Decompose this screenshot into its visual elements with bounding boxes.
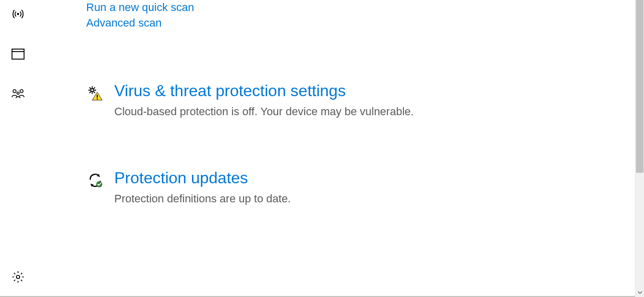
chevron-down-icon: [637, 291, 642, 294]
sidebar-item-antenna[interactable]: [6, 2, 30, 26]
sidebar-item-family[interactable]: [6, 82, 30, 106]
antenna-icon: [12, 8, 25, 21]
svg-rect-1: [12, 49, 24, 59]
family-icon: [11, 88, 26, 100]
svg-point-4: [20, 90, 23, 93]
scrollbar-down-button[interactable]: [635, 288, 644, 297]
gear-icon: [12, 270, 25, 283]
settings-warning-icon: [86, 85, 104, 103]
window-icon: [12, 49, 25, 60]
scrollbar-thumb[interactable]: [636, 0, 643, 173]
svg-point-6: [17, 275, 20, 279]
svg-rect-8: [97, 95, 98, 98]
sidebar: [0, 0, 36, 297]
scrollbar-track[interactable]: [635, 0, 644, 288]
updates-ok-icon: [86, 172, 104, 188]
svg-point-3: [13, 90, 16, 93]
settings-description: Cloud-based protection is off. Your devi…: [114, 105, 644, 118]
svg-point-7: [91, 89, 94, 92]
updates-description: Protection definitions are up to date.: [114, 192, 644, 205]
svg-point-5: [17, 92, 19, 94]
main-content: Run a new quick scan Advanced scan Virus…: [36, 0, 644, 297]
sidebar-item-app-browser[interactable]: [6, 42, 30, 66]
updates-title-link[interactable]: Protection updates: [114, 168, 644, 187]
settings-section: Virus & threat protection settings Cloud…: [86, 81, 644, 118]
settings-title-link[interactable]: Virus & threat protection settings: [114, 81, 644, 100]
quick-scan-link[interactable]: Run a new quick scan: [86, 0, 644, 16]
svg-rect-9: [97, 98, 98, 99]
updates-section: Protection updates Protection definition…: [86, 168, 644, 205]
vertical-scrollbar[interactable]: [635, 0, 644, 297]
sidebar-item-settings[interactable]: [6, 265, 30, 289]
advanced-scan-link[interactable]: Advanced scan: [86, 16, 644, 31]
svg-point-0: [18, 14, 19, 15]
